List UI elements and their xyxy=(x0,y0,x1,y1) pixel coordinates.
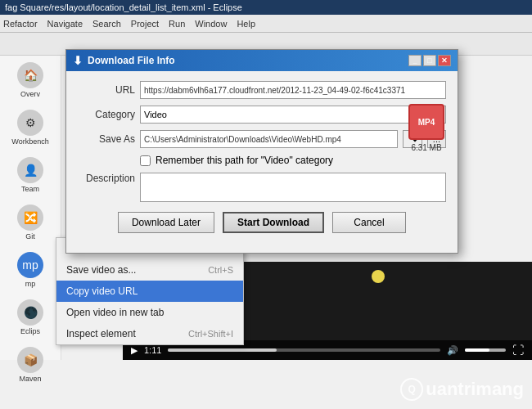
git-icon: 🔀 xyxy=(17,204,43,231)
mp4-size: 6.31 MB xyxy=(411,143,441,152)
dialog-title-left: ⬇ Download File Info xyxy=(73,54,175,67)
volume-fill xyxy=(465,348,489,352)
dialog-window-controls: _ □ ✕ xyxy=(408,55,451,66)
watermark-circle-icon: Q xyxy=(400,378,423,401)
yellow-indicator xyxy=(372,270,385,283)
context-menu-copy-url[interactable]: Copy video URL xyxy=(56,281,243,302)
volume-icon[interactable]: 🔊 xyxy=(447,345,458,356)
play-icon[interactable]: ▶ xyxy=(131,345,138,356)
remember-row: Remember this path for "Video" category xyxy=(140,155,446,166)
sidebar-item-workbench[interactable]: ⚙ Workbench xyxy=(3,110,57,146)
save-path-input[interactable] xyxy=(140,130,398,148)
category-row: Category Video + xyxy=(78,106,446,124)
overv-icon: 🏠 xyxy=(17,62,43,88)
eclipse-title-text: fag Square/res/layout/location_detail_li… xyxy=(5,2,242,12)
start-download-button[interactable]: Start Download xyxy=(223,212,324,233)
sidebar-item-team[interactable]: 👤 Team xyxy=(3,157,57,193)
fullscreen-icon[interactable]: ⛶ xyxy=(512,344,524,357)
description-row: Description xyxy=(78,173,446,202)
sidebar-item-overv[interactable]: 🏠 Overv xyxy=(3,62,57,98)
dialog-titlebar: ⬇ Download File Info _ □ ✕ xyxy=(66,50,458,71)
menu-window[interactable]: Window xyxy=(195,19,227,29)
volume-slider[interactable] xyxy=(465,348,506,352)
dialog-minimize-button[interactable]: _ xyxy=(408,55,422,66)
workbench-icon: ⚙ xyxy=(17,110,43,136)
download-dialog: ⬇ Download File Info _ □ ✕ MP4 6.31 MB xyxy=(65,49,458,254)
eclipse-menubar: Refactor Navigate Search Project Run Win… xyxy=(0,15,532,33)
menu-help[interactable]: Help xyxy=(237,19,255,29)
url-row: URL xyxy=(78,81,446,99)
context-menu-open-new-tab[interactable]: Open video in new tab xyxy=(56,302,243,323)
context-menu-save-video[interactable]: Save video as... Ctrl+S xyxy=(56,259,243,281)
watermark: Q uantrimang xyxy=(400,378,524,401)
sidebar-item-git[interactable]: 🔀 Git xyxy=(3,204,57,240)
download-dialog-icon: ⬇ xyxy=(73,54,83,67)
sidebar-item-eclips[interactable]: 🌑 Eclips xyxy=(3,299,57,335)
eclipse-sidebar: 🏠 Overv ⚙ Workbench 👤 Team 🔀 Git mp mp 🌑 xyxy=(0,56,61,360)
menu-project[interactable]: Project xyxy=(131,19,159,29)
mp4-icon-container: MP4 6.31 MB xyxy=(408,104,444,152)
dialog-body: MP4 6.31 MB URL Category Video + xyxy=(66,71,458,253)
menu-run[interactable]: Run xyxy=(169,19,185,29)
eclipse-background: fag Square/res/layout/location_detail_li… xyxy=(0,0,532,409)
sidebar-item-maven[interactable]: 📦 Maven xyxy=(3,347,57,383)
menu-refactor[interactable]: Refactor xyxy=(3,19,38,29)
watermark-text: uantrimang xyxy=(426,379,524,400)
video-progress-bar[interactable] xyxy=(168,348,440,352)
video-time: 1:11 xyxy=(144,345,161,355)
menu-search[interactable]: Search xyxy=(92,19,121,29)
description-input[interactable] xyxy=(140,173,446,202)
eclips-icon: 🌑 xyxy=(17,299,43,326)
save-as-row: Save As ... xyxy=(78,130,446,148)
mp4-badge: MP4 xyxy=(408,104,444,140)
url-input[interactable] xyxy=(140,81,446,99)
category-select[interactable]: Video xyxy=(140,106,423,124)
dialog-maximize-button[interactable]: □ xyxy=(423,55,436,66)
save-as-label: Save As xyxy=(78,133,135,145)
menu-navigate[interactable]: Navigate xyxy=(47,19,83,29)
eclipse-titlebar: fag Square/res/layout/location_detail_li… xyxy=(0,0,532,15)
video-progress-fill xyxy=(168,348,277,352)
dialog-close-button[interactable]: ✕ xyxy=(438,55,451,66)
remember-label: Remember this path for "Video" category xyxy=(156,155,333,166)
team-icon: 👤 xyxy=(17,157,43,183)
maven-icon: 📦 xyxy=(17,347,43,373)
sidebar-item-mp[interactable]: mp mp xyxy=(3,252,57,288)
dialog-footer: Download Later Start Download Cancel xyxy=(78,212,446,243)
context-menu-inspect[interactable]: Inspect element Ctrl+Shift+I xyxy=(56,323,243,344)
download-later-button[interactable]: Download Later xyxy=(118,212,214,233)
category-label: Category xyxy=(78,109,135,120)
remember-checkbox[interactable] xyxy=(140,155,151,166)
download-dialog-overlay: ⬇ Download File Info _ □ ✕ MP4 6.31 MB xyxy=(65,49,458,254)
description-label: Description xyxy=(78,173,135,184)
dialog-title-text: Download File Info xyxy=(88,55,175,66)
url-label: URL xyxy=(78,84,135,96)
mp-icon: mp xyxy=(17,252,43,278)
cancel-button[interactable]: Cancel xyxy=(332,212,406,233)
